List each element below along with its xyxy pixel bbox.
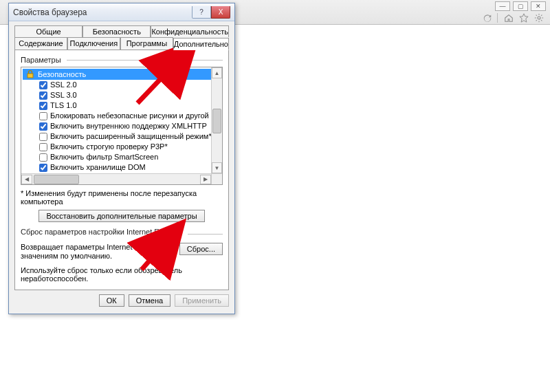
checkbox[interactable] [39, 102, 47, 110]
maximize-button[interactable]: ▢ [513, 1, 528, 11]
window-buttons: — ▢ ✕ [495, 1, 546, 11]
reset-group: Сброс параметров настройки Internet Expl… [21, 228, 223, 240]
scroll-right-button[interactable]: ▶ [200, 175, 211, 184]
checkbox[interactable] [39, 91, 47, 100]
tab-programs[interactable]: Программы [120, 37, 173, 50]
tree-content: Безопасность SSL 2.0 SSL 3.0 TLS 1.0 Бло… [21, 67, 222, 185]
restore-row: Восстановить дополнительные параметры [21, 210, 223, 222]
reset-title: Сброс параметров настройки Internet Expl… [21, 228, 184, 236]
tab-row-1: Общие Безопасность Конфиденциальность [14, 25, 229, 37]
reset-section: Сброс параметров настройки Internet Expl… [21, 228, 223, 283]
checkbox[interactable] [39, 143, 47, 151]
svg-point-0 [538, 17, 540, 19]
restore-advanced-button[interactable]: Восстановить дополнительные параметры [38, 210, 204, 222]
tab-panel-advanced: Параметры Безопасность SSL 2.0 SSL 3.0 T… [14, 50, 229, 290]
scroll-down-button[interactable]: ▼ [212, 162, 222, 173]
checkbox[interactable] [39, 153, 47, 162]
gear-icon[interactable] [534, 12, 544, 23]
hscroll-track[interactable] [32, 175, 200, 184]
ok-button[interactable]: ОК [99, 294, 124, 307]
tree-category-security[interactable]: Безопасность [23, 69, 222, 80]
tab-connections[interactable]: Подключения [67, 37, 120, 50]
tree-category-label: Безопасность [38, 70, 86, 78]
toolbar-icons [496, 12, 544, 23]
minimize-button[interactable]: — [495, 1, 510, 11]
tree-item-label: SSL 2.0 [50, 80, 77, 90]
internet-options-dialog: Свойства браузера ? X Общие Безопасность… [8, 3, 235, 314]
group-parameters-label: Параметры [21, 56, 63, 64]
tree-item[interactable]: Включить расширенный защищенный режим* [23, 131, 222, 142]
dialog-titlebar[interactable]: Свойства браузера ? X [9, 3, 234, 21]
dialog-title: Свойства браузера [13, 8, 87, 17]
dialog-buttons: ОК Отмена Применить [14, 290, 229, 308]
tab-security[interactable]: Безопасность [82, 25, 151, 37]
tree-item-label: TLS 1.0 [50, 100, 77, 111]
checkbox[interactable] [39, 122, 47, 131]
apply-button[interactable]: Применить [175, 294, 229, 307]
refresh-icon[interactable] [483, 14, 492, 23]
svg-rect-1 [28, 74, 33, 78]
tabs: Общие Безопасность Конфиденциальность Со… [14, 25, 229, 290]
tab-content[interactable]: Содержание [14, 37, 67, 50]
dialog-body: Общие Безопасность Конфиденциальность Со… [9, 21, 234, 314]
cancel-button[interactable]: Отмена [129, 294, 170, 307]
tree-item-label: Включить фильтр SmartScreen [50, 152, 158, 162]
hscroll-thumb[interactable] [34, 175, 79, 184]
settings-tree[interactable]: Безопасность SSL 2.0 SSL 3.0 TLS 1.0 Бло… [21, 67, 223, 185]
toolbar-separator [497, 13, 498, 23]
tree-item-label: Включить хранилище DOM [50, 162, 146, 173]
tree-item-label: Блокировать небезопасные рисунки и друго… [50, 111, 223, 121]
group-parameters: Параметры [21, 56, 223, 64]
tree-item[interactable]: TLS 1.0 [23, 100, 222, 111]
checkbox[interactable] [39, 81, 47, 89]
tree-horizontal-scrollbar[interactable]: ◀ ▶ [21, 173, 211, 184]
tree-item-label: Включить внутреннюю поддержку XMLHTTP [50, 121, 207, 131]
scroll-left-button[interactable]: ◀ [21, 175, 32, 184]
tab-row-2: Содержание Подключения Программы Дополни… [14, 37, 229, 50]
scroll-thumb[interactable] [212, 109, 221, 133]
star-icon[interactable] [518, 12, 529, 23]
restart-footnote: * Изменения будут применены после переза… [21, 189, 223, 206]
tab-advanced[interactable]: Дополнительно [173, 38, 229, 50]
checkbox[interactable] [39, 112, 47, 120]
close-window-button[interactable]: ✕ [531, 1, 546, 11]
tree-item[interactable]: Блокировать небезопасные рисунки и друго… [23, 111, 222, 121]
tree-vertical-scrollbar[interactable]: ▲ ▼ [211, 67, 222, 173]
tree-item[interactable]: Включить хранилище DOM [23, 162, 222, 173]
tree-item-label: Включить строгую проверку P3P* [50, 142, 168, 152]
tab-privacy[interactable]: Конфиденциальность [151, 25, 229, 37]
scroll-up-button[interactable]: ▲ [212, 67, 222, 78]
dialog-close-button[interactable]: X [211, 6, 230, 19]
dialog-help-button[interactable]: ? [192, 6, 211, 19]
tree-item-label: Включить расширенный защищенный режим* [50, 131, 212, 142]
tree-item[interactable]: Включить фильтр SmartScreen [23, 152, 222, 162]
reset-button[interactable]: Сброс... [179, 243, 223, 255]
tree-item-label: SSL 3.0 [50, 90, 77, 100]
reset-description: Возвращает параметры Internet Explorer к… [21, 243, 174, 261]
tree-item[interactable]: Включить внутреннюю поддержку XMLHTTP [23, 121, 222, 131]
lock-icon [25, 69, 35, 79]
home-icon[interactable] [503, 12, 514, 23]
tree-item[interactable]: SSL 2.0 [23, 80, 222, 90]
tree-item[interactable]: Включить строгую проверку P3P* [23, 142, 222, 152]
tree-item[interactable]: SSL 3.0 [23, 90, 222, 100]
scroll-corner [211, 173, 222, 184]
reset-hint: Используйте сброс только если обозревате… [21, 266, 223, 283]
tab-general[interactable]: Общие [14, 25, 82, 37]
checkbox[interactable] [39, 164, 47, 172]
checkbox[interactable] [39, 133, 47, 141]
